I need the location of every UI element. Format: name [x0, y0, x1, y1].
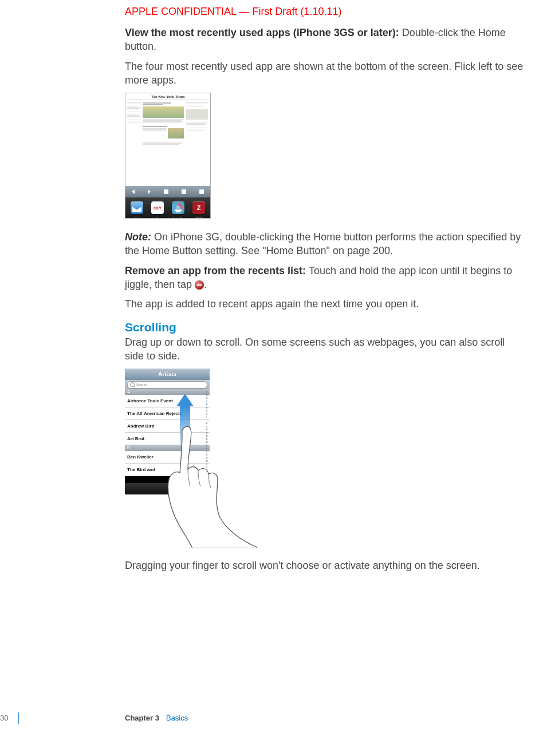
- search-icon: [130, 382, 135, 387]
- nyt-page: [125, 100, 210, 186]
- lead-remove-app: Remove an app from the recents list:: [125, 265, 309, 276]
- nav-fwd-icon: [148, 189, 151, 194]
- chapter-label: Chapter 3Basics: [125, 714, 188, 722]
- app-mail-icon: Mail: [131, 201, 143, 214]
- para-scrolling: Drag up or down to scroll. On some scree…: [125, 335, 524, 363]
- nyt-masthead: The New York Times: [125, 93, 210, 100]
- confidential-banner: APPLE CONFIDENTIAL — First Draft (1.10.1…: [125, 6, 524, 18]
- page-footer: 30 Chapter 3Basics: [0, 713, 547, 724]
- body-note: On iPhone 3G, double-clicking the Home b…: [125, 231, 521, 256]
- section-a-header: A: [125, 389, 210, 395]
- body-remove-b: .: [204, 279, 207, 290]
- para-four-apps: The four most recently used app are show…: [125, 60, 524, 88]
- artists-searchbar: Search: [125, 380, 210, 389]
- page-number: 30: [0, 714, 8, 722]
- app-zagat-icon: ZAGAT: [192, 201, 205, 214]
- delete-minus-icon: [195, 280, 204, 290]
- lead-note: Note:: [125, 231, 154, 243]
- para-remove-app: Remove an app from the recents list: Tou…: [125, 264, 524, 292]
- lead-view-recent: View the most recently used apps (iPhone…: [125, 27, 402, 38]
- chapter-name: Basics: [166, 714, 188, 722]
- artists-titlebar: Artists: [125, 369, 210, 380]
- hand-pointing-icon: [160, 420, 258, 548]
- para-added-back: The app is added to recent apps again th…: [125, 297, 524, 311]
- heading-scrolling: Scrolling: [125, 320, 524, 334]
- nav-page-icon: [164, 189, 168, 194]
- para-note: Note: On iPhone 3G, double-clicking the …: [125, 230, 524, 258]
- para-drag-note: Dragging your finger to scroll won't cho…: [125, 559, 524, 572]
- para-view-recent: View the most recently used apps (iPhone…: [125, 26, 524, 54]
- figure-multitasking: The New York Times: [125, 93, 211, 219]
- nav-bookmark-icon: [182, 189, 186, 194]
- app-switcher-tray: Mail eBay AroundMe ZAGAT: [125, 197, 210, 218]
- nav-back-icon: [132, 189, 135, 194]
- footer-rule: [18, 713, 19, 724]
- nyt-nav-bar: [125, 186, 210, 197]
- search-placeholder: Search: [136, 383, 147, 386]
- chapter-number: Chapter 3: [125, 714, 159, 722]
- nav-tabs-icon: [199, 189, 204, 194]
- list-item: Airborne Toxic Event: [125, 395, 210, 407]
- app-aroundme-icon: AroundMe: [172, 201, 184, 214]
- figure-scrolling: Artists Search A Airborne Toxic Event Th…: [125, 369, 258, 548]
- app-ebay-icon: eBay: [151, 201, 164, 214]
- list-item: The All-American Rejects: [125, 407, 210, 420]
